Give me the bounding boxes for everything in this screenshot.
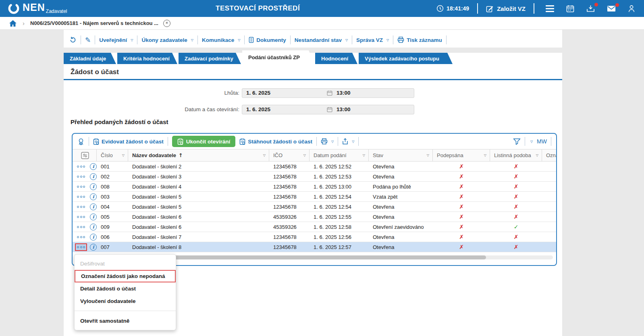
table-row[interactable]: i 005 Dodavatel - školení 6 45359326 1. … <box>73 212 557 222</box>
menu-nestandardni-stav[interactable]: Nestandardní stav▽ <box>295 37 348 43</box>
row-actions-menu-button[interactable] <box>75 243 87 251</box>
create-vz-button[interactable]: Založit VZ <box>486 5 526 12</box>
edit-record-button[interactable]: ✎ <box>85 36 91 44</box>
filter-caret-icon[interactable]: ▽ <box>536 153 538 157</box>
datum-oteviran-field[interactable]: 1. 6. 2025 13:00 <box>242 105 414 114</box>
row-info-icon[interactable]: i <box>90 193 97 200</box>
table-row[interactable]: i 009 Dodavatel - školení 6 45359326 1. … <box>73 222 557 232</box>
tab-podani-ucastniku-zp[interactable]: Podání účastníků ZP <box>242 50 314 64</box>
refresh-button[interactable] <box>69 36 77 44</box>
row-info-icon[interactable]: i <box>90 183 97 190</box>
column-header-cislo[interactable]: Číslo▽ <box>97 149 128 161</box>
sort-asc-icon: ↑ <box>179 152 183 158</box>
download-tray-icon <box>586 5 595 12</box>
nen-logo[interactable]: NEN Zadavatel <box>7 2 67 15</box>
row-actions-menu-button[interactable] <box>75 223 87 231</box>
printer-icon <box>397 37 404 43</box>
cell-stav: Otevřena <box>369 242 433 252</box>
filter-caret-icon[interactable]: ▽ <box>427 153 429 157</box>
divider <box>358 137 359 146</box>
home-button[interactable] <box>9 20 17 27</box>
menu-sprava-vz[interactable]: Správa VZ▽ <box>356 37 389 43</box>
column-header-nazev-dodavatele[interactable]: Název dodavatele↑▽ <box>128 149 269 161</box>
table-row[interactable]: i 004 Dodavatel - školení 5 12345678 1. … <box>73 202 557 212</box>
filter-caret-icon[interactable]: ▽ <box>363 153 365 157</box>
export-button[interactable]: ▽ <box>342 138 354 145</box>
menu-ukony-zadavatele[interactable]: Úkony zadavatele▽ <box>141 37 193 43</box>
context-menu-item[interactable]: Označení žádosti jako nepodaná <box>75 270 176 282</box>
menu-komunikace[interactable]: Komunikace▽ <box>202 37 240 43</box>
table-row[interactable]: i 006 Dodavatel - školení 7 12345678 1. … <box>73 232 557 242</box>
row-actions-menu-button[interactable] <box>75 183 87 191</box>
row-actions-menu-button[interactable] <box>75 233 87 241</box>
column-header-ico[interactable]: IČO▽ <box>269 149 310 161</box>
row-info-icon[interactable]: i <box>90 224 97 230</box>
row-actions-menu-button[interactable] <box>75 193 87 201</box>
row-info-icon[interactable]: i <box>90 244 97 251</box>
divider <box>290 35 291 44</box>
cross-icon: ✗ <box>459 193 464 200</box>
filter-caret-icon[interactable]: ▽ <box>122 153 125 157</box>
context-menu-item[interactable]: Otevřít samostatně <box>75 315 176 327</box>
row-info-icon[interactable]: i <box>90 214 97 220</box>
column-header-oznacena[interactable]: Označe <box>542 149 557 161</box>
row-info-icon[interactable]: i <box>90 203 97 210</box>
certificate-button[interactable] <box>77 138 85 145</box>
divider <box>446 35 447 44</box>
filter-caret-icon[interactable]: ▽ <box>484 153 486 157</box>
ukoncit-oteviran-button[interactable]: Ukončit otevírání <box>172 136 236 147</box>
view-dropdown-caret-icon[interactable]: ▽ <box>530 140 533 143</box>
row-info-icon[interactable]: i <box>90 234 97 241</box>
tab-kriteria-hodnoceni[interactable]: Kritéria hodnocení <box>117 53 177 64</box>
tab-zadavaci-podminky[interactable]: Zadávací podmínky <box>179 53 241 64</box>
view-mode-mw-button[interactable]: MW <box>537 138 547 145</box>
cell-datum-podani: 1. 6. 2025 13:00 <box>310 182 369 191</box>
stahnout-zadosti-button[interactable]: Stáhnout žádosti o účast <box>239 138 312 145</box>
cell-stav: Otevřena <box>369 212 433 222</box>
row-info-icon[interactable]: i <box>90 163 97 170</box>
tab-hodnoceni[interactable]: Hodnocení <box>315 53 357 64</box>
context-menu-item[interactable]: Dešifrovat <box>75 257 176 270</box>
table-row[interactable]: i 001 Dodavatel - školení 2 12345678 1. … <box>73 162 557 172</box>
table-row[interactable]: i 003 Dodavatel - školení 5 12345678 1. … <box>73 192 557 202</box>
close-record-icon[interactable]: ✕ <box>163 20 170 27</box>
column-settings-cell[interactable] <box>73 149 97 161</box>
context-menu-item[interactable]: Detail žádosti o účast <box>75 282 176 295</box>
user-profile-button[interactable] <box>625 5 638 12</box>
row-actions-menu-button[interactable] <box>75 213 87 221</box>
breadcrumb-record-link[interactable]: N006/25/V00005181 - Nájem serverů s tech… <box>30 20 158 26</box>
filter-caret-icon[interactable]: ▽ <box>263 153 266 157</box>
row-actions-menu-button[interactable] <box>75 203 87 211</box>
row-actions-menu-button[interactable] <box>75 173 87 180</box>
filter-caret-icon[interactable]: ▽ <box>303 153 306 157</box>
cell-datum-podani: 1. 6. 2025 12:53 <box>310 172 369 181</box>
table-row[interactable]: i 008 Dodavatel - školení 4 12345678 1. … <box>73 182 557 192</box>
evidovat-zadost-button[interactable]: Evidovat žádost o účast <box>93 138 164 145</box>
environment-title: TESTOVACÍ PROSTŘEDÍ <box>216 0 300 17</box>
tab-zakladni-udaje[interactable]: Základní údaje <box>64 53 116 64</box>
column-header-datum-podani[interactable]: Datum podání▽ <box>310 149 369 161</box>
cell-podepsana: ✗ <box>433 202 490 212</box>
context-menu-item[interactable]: Vyloučení dodavatele <box>75 295 176 307</box>
cell-ico: 12345678 <box>269 172 310 181</box>
lhuta-time-value: 13:00 <box>337 89 351 97</box>
lhuta-field[interactable]: 1. 6. 2025 13:00 <box>242 88 414 98</box>
messages-button[interactable] <box>604 5 619 12</box>
table-row[interactable]: i 002 Dodavatel - školení 3 12345678 1. … <box>73 172 557 182</box>
menu-hamburger-button[interactable] <box>542 5 557 12</box>
filter-button[interactable] <box>513 138 521 145</box>
calendar-button[interactable] <box>563 5 578 12</box>
column-header-podepsana[interactable]: Podepsána▽ <box>433 149 490 161</box>
tab-vysledek-zadavaciho-postupu[interactable]: Výsledek zadávacího postupu <box>359 53 453 64</box>
column-header-listinna-podoba[interactable]: Listinná podoba▽ <box>490 149 542 161</box>
downloads-button[interactable] <box>583 5 598 12</box>
menu-dokumenty[interactable]: Dokumenty <box>249 37 286 43</box>
print-table-button[interactable]: ▽ <box>321 138 334 145</box>
menu-tisk-zaznamu[interactable]: Tisk záznamu <box>397 37 442 43</box>
row-info-icon[interactable]: i <box>90 173 97 180</box>
column-header-stav[interactable]: Stav▽ <box>369 149 433 161</box>
menu-uverejneni[interactable]: Uveřejnění▽ <box>99 37 133 43</box>
row-actions-menu-button[interactable] <box>75 163 87 170</box>
table-row[interactable]: i 007 Dodavatel - školení 8 12345678 1. … <box>73 242 557 252</box>
cell-listinna-podoba: ✗ <box>490 162 542 171</box>
